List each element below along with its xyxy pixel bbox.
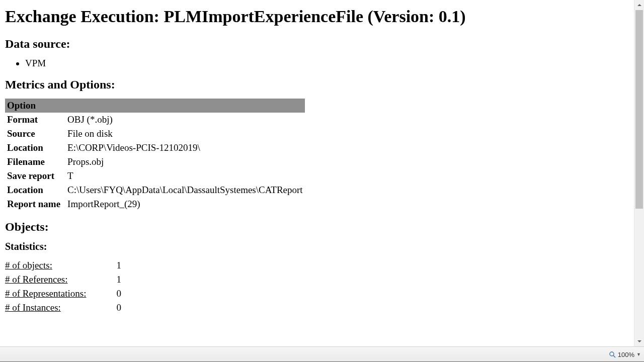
- statistics-table: # of objects:1 # of References:1 # of Re…: [5, 258, 121, 315]
- option-label: Save report: [5, 169, 65, 183]
- report-viewport: Exchange Execution: PLMImportExperienceF…: [0, 0, 634, 346]
- section-data-source-heading: Data source:: [5, 37, 629, 51]
- table-row: # of Instances:0: [5, 301, 121, 315]
- table-row: Report nameImportReport_(29): [5, 197, 305, 211]
- stat-value: 0: [116, 301, 121, 315]
- data-source-item: VPM: [25, 58, 629, 69]
- option-value: Props.obj: [65, 155, 305, 169]
- table-row: LocationE:\CORP\Videos-PCIS-12102019\: [5, 141, 305, 155]
- zoom-level-label[interactable]: 100%: [618, 351, 634, 358]
- section-metrics-heading: Metrics and Options:: [5, 78, 629, 92]
- table-row: FilenameProps.obj: [5, 155, 305, 169]
- status-bar: 100% ▼: [0, 346, 644, 362]
- stat-label: # of References:: [5, 273, 116, 287]
- option-label: Location: [5, 183, 65, 197]
- option-label: Format: [5, 113, 65, 127]
- table-row: FormatOBJ (*.obj): [5, 113, 305, 127]
- svg-point-0: [610, 352, 614, 356]
- vertical-scrollbar[interactable]: [634, 0, 644, 346]
- section-statistics-heading: Statistics:: [5, 241, 629, 252]
- stat-label: # of Representations:: [5, 287, 116, 301]
- options-header-cell: Option: [5, 99, 305, 113]
- table-row: SourceFile on disk: [5, 127, 305, 141]
- table-row: # of References:1: [5, 273, 121, 287]
- chevron-down-icon[interactable]: ▼: [636, 352, 641, 357]
- option-label: Source: [5, 127, 65, 141]
- stat-value: 1: [116, 273, 121, 287]
- stat-label: # of objects:: [5, 258, 116, 273]
- stat-value: 1: [116, 258, 121, 273]
- option-label: Location: [5, 141, 65, 155]
- page-title: Exchange Execution: PLMImportExperienceF…: [5, 7, 629, 26]
- option-value: ImportReport_(29): [65, 197, 305, 211]
- svg-line-1: [613, 355, 615, 357]
- option-label: Filename: [5, 155, 65, 169]
- section-objects-heading: Objects:: [5, 220, 629, 234]
- option-value: File on disk: [65, 127, 305, 141]
- data-source-list: VPM: [5, 58, 629, 69]
- table-row: # of Representations:0: [5, 287, 121, 301]
- option-label: Report name: [5, 197, 65, 211]
- scroll-down-button[interactable]: [634, 336, 644, 346]
- stat-label: # of Instances:: [5, 301, 116, 315]
- option-value: C:\Users\FYQ\AppData\Local\DassaultSyste…: [65, 183, 305, 197]
- scroll-up-button[interactable]: [634, 0, 644, 10]
- magnifier-icon: [609, 351, 616, 358]
- stat-value: 0: [116, 287, 121, 301]
- option-value: OBJ (*.obj): [65, 113, 305, 127]
- table-row: LocationC:\Users\FYQ\AppData\Local\Dassa…: [5, 183, 305, 197]
- table-row: # of objects:1: [5, 258, 121, 273]
- table-row: Save reportT: [5, 169, 305, 183]
- options-table: Option FormatOBJ (*.obj) SourceFile on d…: [5, 99, 305, 211]
- option-value: T: [65, 169, 305, 183]
- option-value: E:\CORP\Videos-PCIS-12102019\: [65, 141, 305, 155]
- scroll-thumb[interactable]: [635, 10, 643, 209]
